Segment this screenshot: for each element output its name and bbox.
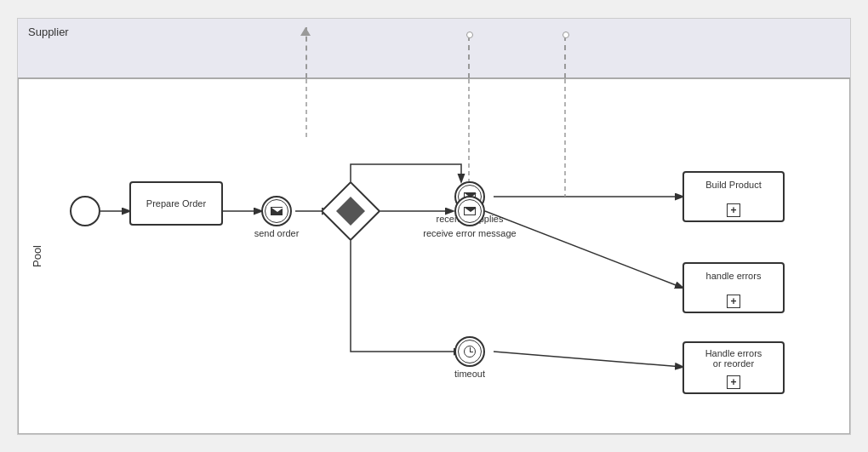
handle-errors-reorder-task[interactable]: Handle errors or reorder + (682, 341, 785, 394)
gateway-inner (336, 197, 365, 226)
dashed-line-1 (306, 27, 307, 78)
handle-errors-marker: + (727, 295, 740, 308)
send-order-event: send order (261, 196, 292, 226)
build-product-task[interactable]: Build Product + (682, 171, 785, 222)
timeout-event: timeout (454, 336, 485, 367)
pool-lane: Pool (18, 78, 850, 434)
pool-label: Pool (31, 244, 43, 266)
receive-error-event: receive error message (454, 196, 485, 226)
handle-errors-reorder-label: Handle errors or reorder (705, 348, 762, 369)
timeout-label: timeout (454, 369, 485, 379)
dashed-line-2 (468, 36, 470, 78)
svg-line-5 (485, 211, 682, 288)
receive-error-inner (458, 199, 482, 223)
build-product-label: Build Product (705, 180, 761, 190)
send-order-circle (261, 196, 292, 226)
prepare-order-task[interactable]: Prepare Order (129, 181, 223, 226)
receive-error-circle (454, 196, 485, 226)
dashed-line-3 (564, 36, 566, 78)
diagram-container: Supplier Pool (17, 18, 851, 435)
receive-error-label: receive error message (419, 228, 521, 238)
handle-errors-reorder-marker: + (727, 375, 740, 389)
timeout-inner (458, 340, 482, 363)
gateway-diamond (321, 180, 381, 241)
gateway (329, 190, 372, 232)
timeout-circle (454, 336, 485, 367)
send-order-inner (265, 199, 288, 223)
pool-content: Prepare Order send order (44, 79, 849, 433)
send-order-label: send order (254, 228, 300, 238)
handle-errors-task[interactable]: handle errors + (682, 262, 785, 313)
prepare-order-label: Prepare Order (146, 198, 206, 209)
supplier-label: Supplier (28, 26, 69, 38)
build-product-marker: + (727, 203, 740, 217)
supplier-lane: Supplier (18, 19, 850, 78)
start-event (70, 196, 100, 226)
svg-line-6 (494, 352, 682, 367)
start-event-circle (70, 196, 100, 226)
handle-errors-label: handle errors (706, 271, 762, 281)
